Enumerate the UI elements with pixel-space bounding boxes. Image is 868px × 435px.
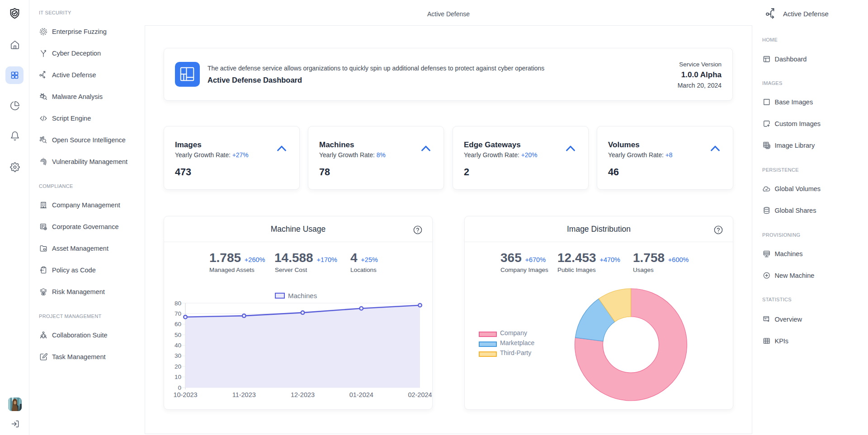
svg-text:01-2024: 01-2024 <box>349 391 373 398</box>
svg-text:11-2023: 11-2023 <box>232 391 256 398</box>
svg-text:80: 80 <box>175 300 181 307</box>
svg-text:02-2024: 02-2024 <box>408 391 432 398</box>
svg-text:50: 50 <box>175 332 181 338</box>
svg-text:12-2023: 12-2023 <box>291 391 315 398</box>
svg-text:70: 70 <box>175 310 181 317</box>
svg-text:40: 40 <box>175 342 181 349</box>
svg-text:10: 10 <box>175 374 181 380</box>
svg-text:10-2023: 10-2023 <box>173 391 197 398</box>
svg-text:20: 20 <box>175 363 181 370</box>
svg-text:0: 0 <box>178 384 181 391</box>
svg-text:60: 60 <box>175 321 181 327</box>
svg-text:30: 30 <box>175 352 181 359</box>
